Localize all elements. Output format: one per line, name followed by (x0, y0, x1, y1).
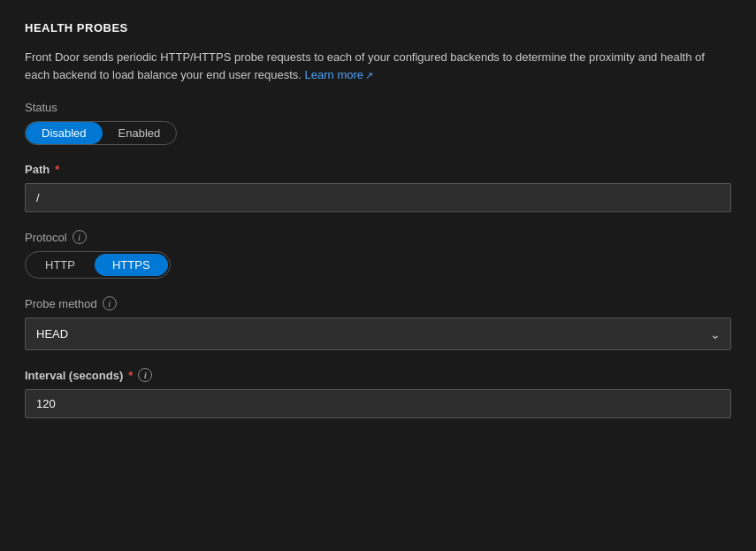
path-field-group: Path * (25, 163, 731, 212)
status-disabled-option[interactable]: Disabled (26, 122, 103, 144)
interval-label: Interval (seconds) * i (25, 368, 731, 382)
path-label: Path * (25, 163, 731, 176)
interval-required-star: * (128, 369, 133, 382)
status-toggle-group: Disabled Enabled (25, 121, 177, 145)
probe-method-info-icon[interactable]: i (103, 296, 117, 310)
protocol-https-option[interactable]: HTTPS (95, 254, 168, 276)
probe-method-select[interactable]: HEAD GET (25, 318, 731, 350)
path-required-star: * (55, 163, 59, 176)
protocol-field-group: Protocol i HTTP HTTPS (25, 230, 731, 279)
learn-more-link[interactable]: Learn more↗ (305, 68, 373, 81)
section-title: HEALTH PROBES (25, 21, 731, 34)
path-input-wrapper (25, 183, 731, 212)
protocol-http-option[interactable]: HTTP (27, 254, 93, 276)
protocol-label: Protocol i (25, 230, 731, 244)
status-field-group: Status Disabled Enabled (25, 101, 731, 145)
protocol-toggle-group: HTTP HTTPS (25, 251, 171, 279)
probe-method-dropdown-container: HEAD GET ⌄ (25, 318, 731, 350)
status-label: Status (25, 101, 731, 114)
status-enabled-option[interactable]: Enabled (103, 122, 177, 144)
interval-info-icon[interactable]: i (138, 368, 152, 382)
description: Front Door sends periodic HTTP/HTTPS pro… (25, 49, 714, 83)
protocol-info-icon[interactable]: i (73, 230, 87, 244)
probe-method-field-group: Probe method i HEAD GET ⌄ (25, 296, 731, 350)
probe-method-label: Probe method i (25, 296, 731, 310)
external-link-icon: ↗ (365, 70, 373, 80)
interval-field-group: Interval (seconds) * i (25, 368, 731, 418)
path-input[interactable] (25, 183, 731, 212)
interval-input[interactable] (25, 389, 731, 418)
